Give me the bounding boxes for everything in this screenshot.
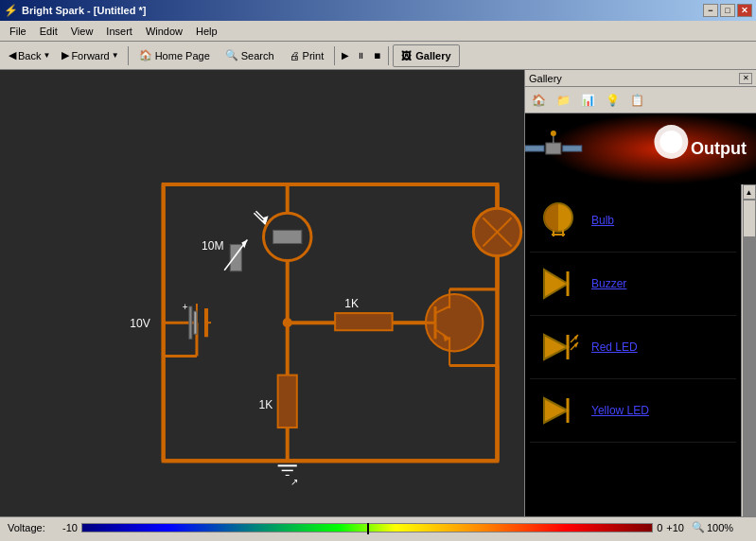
maximize-button[interactable]: □: [720, 4, 735, 17]
back-arrow-icon: ◀: [9, 49, 16, 61]
back-label: Back: [18, 50, 41, 61]
zoom-display: 🔍 100%: [692, 521, 748, 533]
title-bar: ⚡ Bright Spark - [Untitled *] − □ ✕: [0, 0, 756, 21]
svg-rect-47: [278, 375, 297, 428]
yellow-led-label[interactable]: Yellow LED: [591, 404, 649, 417]
stop-button[interactable]: ⏹: [370, 49, 384, 62]
red-led-icon: [535, 323, 582, 371]
window-title: Bright Spark - [Untitled *]: [22, 5, 146, 16]
play-button[interactable]: ▶: [339, 48, 352, 62]
gallery-close-button[interactable]: ✕: [739, 73, 752, 84]
svg-text:1K: 1K: [258, 398, 273, 411]
gallery-label: Gallery: [415, 50, 450, 61]
svg-rect-57: [525, 146, 544, 151]
gallery-banner-text: Output: [691, 139, 747, 159]
svg-rect-9: [189, 306, 192, 339]
menu-edit[interactable]: Edit: [34, 24, 63, 39]
search-button[interactable]: 🔍 Search: [219, 44, 281, 67]
gallery-scroll-area: Bulb Buzzer: [525, 184, 756, 537]
close-button[interactable]: ✕: [737, 4, 752, 17]
menu-insert[interactable]: Insert: [100, 24, 138, 39]
title-bar-controls: − □ ✕: [703, 4, 752, 17]
main-area: + 10V 1: [0, 70, 756, 537]
home-label: Home Page: [155, 50, 210, 61]
title-bar-left: ⚡ Bright Spark - [Untitled *]: [4, 4, 146, 17]
svg-point-60: [551, 131, 556, 136]
gallery-item-buzzer[interactable]: Buzzer: [530, 253, 736, 316]
bulb-label[interactable]: Bulb: [591, 214, 614, 227]
app-icon: ⚡: [4, 4, 18, 17]
gallery-chart-button[interactable]: 📊: [576, 90, 599, 111]
svg-marker-74: [574, 342, 578, 348]
voltage-bar: [81, 523, 653, 532]
separator-2: [334, 46, 335, 65]
voltage-scale: -10 0 +10: [62, 522, 684, 533]
forward-dropdown-icon: ▼: [112, 51, 119, 60]
gallery-folder-button[interactable]: 📁: [552, 90, 574, 111]
voltage-indicator: [367, 523, 369, 534]
gallery-title-bar: Gallery ✕: [525, 70, 756, 87]
yellow-led-icon: [535, 387, 582, 434]
separator-1: [128, 46, 129, 65]
svg-text:10V: 10V: [130, 317, 150, 330]
voltage-label: Voltage:: [8, 522, 55, 533]
back-button[interactable]: ◀ Back ▼: [4, 44, 55, 67]
search-icon: 🔍: [225, 49, 238, 61]
svg-text:10M: 10M: [202, 239, 224, 253]
svg-rect-58: [563, 146, 582, 151]
separator-3: [388, 46, 389, 65]
svg-marker-72: [574, 335, 578, 340]
scrollbar-track: [743, 200, 756, 522]
print-icon: 🖨: [290, 50, 300, 61]
svg-marker-67: [544, 270, 568, 298]
gallery-home-button[interactable]: 🏠: [527, 90, 550, 111]
gallery-item-bulb[interactable]: Bulb: [530, 189, 736, 253]
voltage-max: +10: [666, 522, 684, 533]
gallery-icon: 🖼: [401, 50, 412, 61]
minimize-button[interactable]: −: [703, 4, 718, 17]
menu-window[interactable]: Window: [140, 24, 188, 39]
menu-view[interactable]: View: [65, 24, 99, 39]
back-dropdown-icon: ▼: [43, 51, 50, 60]
menu-bar: File Edit View Insert Window Help: [0, 21, 756, 42]
svg-marker-75: [544, 398, 568, 423]
forward-arrow-icon: ▶: [62, 49, 69, 61]
buzzer-icon: [535, 260, 582, 307]
menu-help[interactable]: Help: [190, 24, 223, 39]
print-label: Print: [303, 50, 325, 61]
svg-rect-10: [194, 311, 197, 334]
svg-rect-56: [546, 143, 561, 154]
forward-button[interactable]: ▶ Forward ▼: [57, 44, 123, 67]
gallery-button[interactable]: 🖼 Gallery: [393, 44, 459, 67]
search-label: Search: [241, 50, 274, 61]
gallery-panel-title: Gallery: [529, 73, 562, 84]
zoom-level: 100%: [707, 522, 733, 533]
voltage-mid: 0: [657, 522, 662, 533]
svg-rect-16: [273, 230, 302, 243]
bulb-icon: [535, 197, 582, 244]
svg-rect-29: [335, 313, 392, 330]
svg-marker-69: [544, 335, 568, 359]
gallery-item-yellow-led[interactable]: Yellow LED: [530, 379, 736, 443]
status-bar: Voltage: -10 0 +10 🔍 100%: [0, 516, 756, 537]
red-led-label[interactable]: Red LED: [591, 340, 638, 354]
gallery-list-button[interactable]: 📋: [625, 90, 648, 111]
zoom-icon: 🔍: [692, 521, 705, 533]
gallery-bulb-button[interactable]: 💡: [601, 90, 624, 111]
forward-label: Forward: [71, 50, 109, 61]
pause-button[interactable]: ⏸: [354, 49, 368, 62]
gallery-panel: Gallery ✕ 🏠 📁 📊 💡 📋: [524, 70, 756, 537]
menu-file[interactable]: File: [4, 24, 32, 39]
scrollbar-thumb[interactable]: [743, 200, 756, 237]
gallery-item-red-led[interactable]: Red LED: [530, 316, 736, 379]
gallery-content: Bulb Buzzer: [525, 184, 741, 537]
scrollbar-up-button[interactable]: ▲: [743, 184, 756, 200]
svg-point-62: [659, 131, 682, 153]
buzzer-label[interactable]: Buzzer: [591, 277, 626, 290]
gallery-banner: Output: [525, 113, 756, 184]
home-button[interactable]: 🏠 Home Page: [132, 44, 217, 67]
gallery-scrollbar: ▲ ▼: [741, 184, 756, 537]
svg-text:1K: 1K: [344, 297, 359, 310]
print-button[interactable]: 🖨 Print: [283, 44, 331, 67]
svg-text:+: +: [183, 302, 188, 312]
